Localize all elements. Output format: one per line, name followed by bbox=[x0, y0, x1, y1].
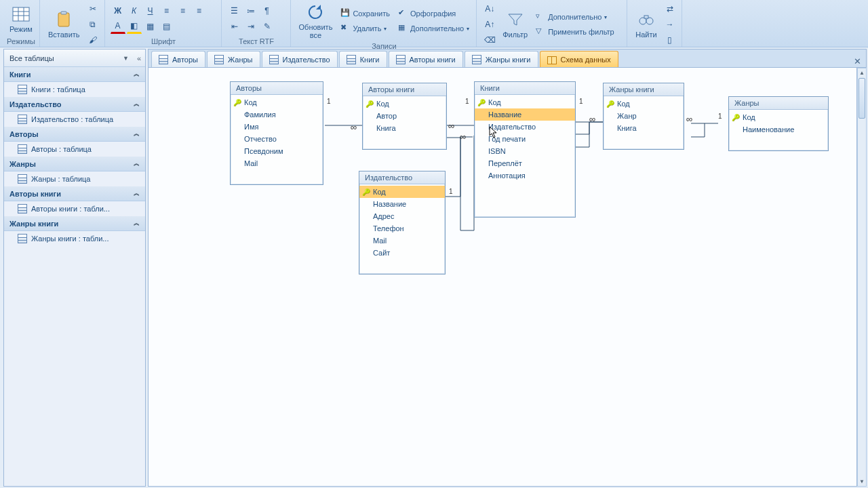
table-field[interactable]: Отчество bbox=[231, 133, 323, 145]
filter-button[interactable]: Фильтр bbox=[500, 9, 530, 40]
table-field[interactable]: Фамилия bbox=[231, 108, 323, 121]
indent-button[interactable]: ⇥ bbox=[243, 19, 258, 34]
copy-button[interactable]: ⧉ bbox=[85, 17, 100, 32]
table-field[interactable]: Код bbox=[475, 96, 575, 108]
table-title[interactable]: Книги bbox=[475, 82, 575, 95]
table-field[interactable]: ISBN bbox=[475, 145, 575, 157]
table-field[interactable]: Переплёт bbox=[475, 157, 575, 169]
table-title[interactable]: Жанры книги bbox=[604, 83, 684, 96]
clear-sort-button[interactable]: ⌫ bbox=[482, 33, 497, 47]
table-izdatelstvo[interactable]: Издательство КодНазваниеАдресТелефонMail… bbox=[359, 171, 446, 274]
sort-asc-button[interactable]: A↓ bbox=[482, 1, 497, 16]
nav-item[interactable]: Издательство : таблица bbox=[4, 112, 145, 127]
table-field[interactable]: Код bbox=[604, 98, 684, 110]
align-left-button[interactable]: ≡ bbox=[159, 3, 174, 18]
nav-pane-title[interactable]: Все таблицы ▼ « bbox=[4, 49, 145, 67]
table-field[interactable]: Код bbox=[729, 111, 828, 123]
table-field[interactable]: Книга bbox=[363, 122, 446, 134]
replace-button[interactable]: ⇄ bbox=[663, 1, 677, 16]
table-title[interactable]: Жанры bbox=[729, 97, 828, 110]
underline-button[interactable]: Ч bbox=[143, 3, 158, 18]
tab-table[interactable]: Авторы книги bbox=[389, 51, 463, 67]
numbering-button[interactable]: ≔ bbox=[243, 3, 258, 18]
table-field[interactable]: Жанр bbox=[604, 110, 684, 122]
tab-table[interactable]: Книги bbox=[339, 51, 387, 67]
table-field[interactable]: Автор bbox=[363, 110, 446, 122]
align-right-button[interactable]: ≡ bbox=[192, 3, 207, 18]
select-button[interactable]: ▯ bbox=[663, 33, 677, 47]
nav-item[interactable]: Авторы книги : табли... bbox=[4, 201, 145, 216]
highlight-button[interactable]: ✎ bbox=[260, 19, 275, 34]
close-tab-button[interactable]: ✕ bbox=[851, 55, 863, 67]
bullets-button[interactable]: ☰ bbox=[227, 3, 242, 18]
table-title[interactable]: Авторы книги bbox=[363, 83, 446, 96]
vertical-scrollbar[interactable]: ▲ ▼ bbox=[857, 68, 867, 487]
format-painter-button[interactable]: 🖌 bbox=[85, 33, 100, 47]
tab-table[interactable]: Издательство bbox=[262, 51, 338, 67]
apply-filter-button[interactable]: ▽Применить фильтр bbox=[533, 25, 617, 39]
spellcheck-button[interactable]: ✔Орфография bbox=[395, 7, 472, 20]
advanced-filter-button[interactable]: ▿Дополнительно▾ bbox=[533, 10, 617, 24]
nav-item[interactable]: Книги : таблица bbox=[4, 82, 145, 97]
table-field[interactable]: Год печати bbox=[475, 133, 575, 145]
table-field[interactable]: Сайт bbox=[359, 247, 445, 259]
goto-button[interactable]: → bbox=[663, 17, 677, 32]
tab-table[interactable]: Авторы bbox=[151, 51, 205, 67]
tab-table[interactable]: Жанры книги bbox=[465, 51, 538, 67]
table-field[interactable]: Название bbox=[359, 198, 445, 210]
table-field[interactable]: Наименование bbox=[729, 123, 828, 136]
align-center-button[interactable]: ≡ bbox=[176, 3, 191, 18]
table-field[interactable]: Аннотация bbox=[475, 169, 575, 182]
cut-button[interactable]: ✂ bbox=[85, 1, 100, 16]
table-field[interactable]: Имя bbox=[231, 121, 323, 133]
table-field[interactable]: Код bbox=[231, 96, 323, 108]
table-title[interactable]: Издательство bbox=[359, 171, 445, 184]
more-button[interactable]: ▦Дополнительно▾ bbox=[395, 22, 472, 35]
nav-item[interactable]: Жанры : таблица bbox=[4, 171, 145, 186]
table-field[interactable]: Адрес bbox=[359, 210, 445, 222]
bold-button[interactable]: Ж bbox=[111, 3, 125, 18]
table-title[interactable]: Авторы bbox=[231, 82, 323, 95]
scroll-down-button[interactable]: ▼ bbox=[858, 477, 866, 486]
table-avtory[interactable]: Авторы КодФамилияИмяОтчествоПсевдонимMai… bbox=[230, 81, 323, 185]
scroll-thumb[interactable] bbox=[859, 78, 865, 119]
view-button[interactable]: Режим bbox=[7, 3, 35, 35]
gridlines-button[interactable]: ▦ bbox=[143, 19, 158, 34]
nav-section-header[interactable]: Жанры книги︽ bbox=[4, 216, 145, 231]
nav-item[interactable]: Авторы : таблица bbox=[4, 142, 145, 157]
delete-button[interactable]: ✖Удалить▾ bbox=[338, 22, 393, 35]
collapse-nav-button[interactable]: « bbox=[137, 54, 141, 62]
table-field[interactable]: Mail bbox=[359, 235, 445, 247]
table-zhanryknigi[interactable]: Жанры книги КодЖанрКнига bbox=[603, 83, 684, 150]
nav-section-header[interactable]: Жанры︽ bbox=[4, 157, 145, 171]
table-field[interactable]: Книга bbox=[604, 122, 684, 134]
nav-section-header[interactable]: Издательство︽ bbox=[4, 97, 145, 112]
scroll-up-button[interactable]: ▲ bbox=[858, 68, 866, 77]
save-button[interactable]: 💾Сохранить bbox=[338, 7, 393, 20]
ltr-button[interactable]: ¶ bbox=[260, 3, 275, 18]
table-field[interactable]: Издательство bbox=[475, 121, 575, 133]
table-field[interactable]: Псевдоним bbox=[231, 145, 323, 157]
nav-section-header[interactable]: Авторы книги︽ bbox=[4, 186, 145, 201]
sort-desc-button[interactable]: A↑ bbox=[482, 17, 497, 32]
table-field[interactable]: Mail bbox=[231, 157, 323, 169]
nav-section-header[interactable]: Авторы︽ bbox=[4, 127, 145, 142]
refresh-all-button[interactable]: Обновить все bbox=[296, 1, 336, 41]
tab-table[interactable]: Жанры bbox=[207, 51, 260, 67]
nav-section-header[interactable]: Книги︽ bbox=[4, 67, 145, 82]
table-zhanry[interactable]: Жанры КодНаименование bbox=[728, 96, 829, 151]
find-button[interactable]: Найти bbox=[633, 9, 659, 40]
altrow-button[interactable]: ▤ bbox=[159, 19, 174, 34]
table-avtoryknigi[interactable]: Авторы книги КодАвторКнига bbox=[362, 83, 447, 150]
table-field[interactable]: Телефон bbox=[359, 222, 445, 235]
italic-button[interactable]: К bbox=[127, 3, 142, 18]
table-knigi[interactable]: Книги КодНазваниеИздательствоГод печатиI… bbox=[474, 81, 576, 218]
outdent-button[interactable]: ⇤ bbox=[227, 19, 242, 34]
table-field[interactable]: Код bbox=[363, 98, 446, 110]
relationships-canvas[interactable]: Авторы КодФамилияИмяОтчествоПсевдонимMai… bbox=[148, 68, 857, 487]
table-field[interactable]: Название bbox=[475, 108, 575, 121]
font-color-button[interactable]: A bbox=[111, 19, 125, 34]
tab-relationships[interactable]: Схема данных bbox=[540, 51, 618, 67]
fill-color-button[interactable]: ◧ bbox=[127, 19, 142, 34]
paste-button[interactable]: Вставить bbox=[45, 9, 83, 40]
